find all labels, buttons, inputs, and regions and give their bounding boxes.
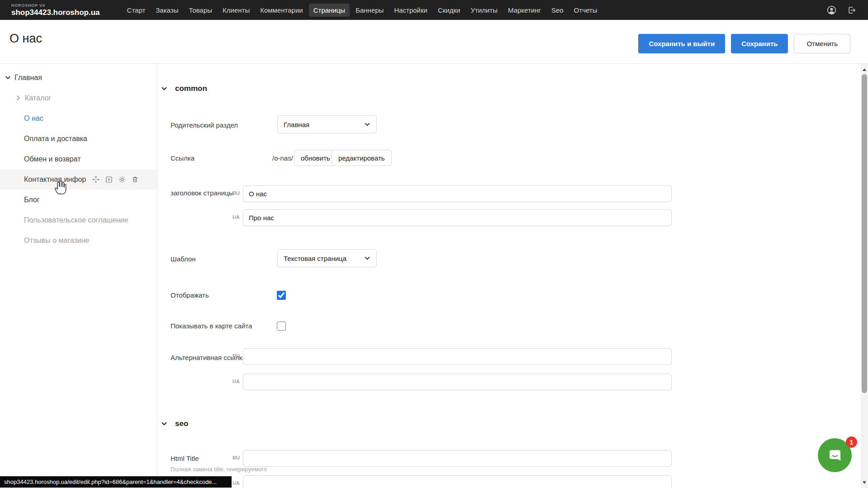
section-seo[interactable]: seo: [161, 419, 188, 428]
sidebar-item-blog[interactable]: Блог: [0, 190, 157, 210]
sidebar-item-label: Каталог: [25, 94, 51, 102]
nav-orders[interactable]: Заказы: [151, 4, 183, 17]
nav-clients[interactable]: Клиенты: [218, 4, 254, 17]
link-edit-button[interactable]: редактировать: [332, 150, 392, 166]
alt-link-ru-input[interactable]: [243, 348, 672, 365]
topbar: HOROSHOP V4 shop34423.horoshop.ua Старт …: [0, 0, 868, 20]
scroll-up-arrow-icon[interactable]: [863, 68, 866, 71]
section-title: common: [175, 84, 207, 93]
settings-icon[interactable]: [118, 175, 126, 184]
header-buttons: Сохранить и выйти Сохранить Отменить: [638, 34, 850, 53]
template-label: Шаблон: [171, 255, 196, 263]
chevron-down-icon[interactable]: [5, 74, 12, 81]
logo-version: HOROSHOP V4: [11, 4, 100, 8]
nav-start[interactable]: Старт: [123, 4, 150, 17]
chevron-right-icon[interactable]: [15, 95, 22, 102]
nav-comments[interactable]: Комментарии: [256, 4, 307, 17]
save-button[interactable]: Сохранить: [731, 34, 788, 53]
nav-marketing[interactable]: Маркетинг: [503, 4, 545, 17]
html-title-ru-input[interactable]: [243, 450, 672, 467]
chevron-down-icon: [364, 255, 370, 261]
logo[interactable]: HOROSHOP V4 shop34423.horoshop.ua: [11, 4, 100, 16]
lang-badge-ru: RU: [226, 353, 240, 359]
sidebar-item-catalog[interactable]: Каталог: [0, 88, 157, 108]
lang-badge-ru: RU: [226, 190, 240, 196]
save-and-exit-button[interactable]: Сохранить и выйти: [638, 34, 725, 53]
nav-utilities[interactable]: Утилиты: [466, 4, 502, 17]
sidebar-item-label: Оплата и доставка: [24, 135, 87, 143]
link-refresh-button[interactable]: обновить: [294, 150, 337, 166]
cancel-button[interactable]: Отменить: [794, 34, 850, 53]
display-label: Отображать: [171, 291, 209, 299]
page-header: О нас Сохранить и выйти Сохранить Отмени…: [0, 20, 868, 64]
sidebar-item-store-reviews[interactable]: Отзывы о магазине: [0, 230, 157, 251]
move-icon[interactable]: [92, 175, 100, 184]
alt-link-ua-input[interactable]: [243, 374, 672, 390]
lang-badge-ua: UA: [226, 379, 240, 384]
pages-tree-sidebar: Главная Каталог О нас Оплата и доставка …: [0, 64, 157, 488]
nav-products[interactable]: Товары: [184, 4, 217, 17]
section-title: seo: [175, 419, 188, 428]
page-title-ru-input[interactable]: [243, 185, 672, 202]
scrollbar-thumb[interactable]: [862, 74, 867, 393]
sidebar-item-user-agreement[interactable]: Пользовательское соглашение: [0, 210, 157, 230]
display-checkbox[interactable]: [277, 291, 286, 300]
sidebar-item-label: Пользовательское соглашение: [24, 216, 128, 224]
nav-seo[interactable]: Seo: [547, 4, 568, 17]
status-url-text: shop34423.horoshop.ua/edit/edit.php?id=6…: [4, 479, 217, 485]
status-url-tooltip: shop34423.horoshop.ua/edit/edit.php?id=6…: [0, 476, 232, 488]
nav-settings[interactable]: Настройки: [389, 4, 432, 17]
chat-unread-badge: 1: [846, 436, 857, 448]
page-title-ua-input[interactable]: [243, 209, 672, 226]
chevron-down-icon: [364, 121, 370, 128]
link-value: /o-nas/: [272, 154, 293, 162]
nav-discounts[interactable]: Скидки: [433, 4, 465, 17]
parent-section-value: Главная: [284, 121, 309, 128]
chevron-down-icon: [161, 420, 168, 427]
sidebar-item-label: Главная: [14, 74, 42, 82]
logout-icon[interactable]: [847, 5, 856, 15]
page-title-label: заголовок страницы: [171, 189, 234, 197]
vertical-scrollbar[interactable]: [861, 64, 868, 488]
html-title-hint: Полная замена title, генерируемого: [171, 466, 267, 473]
sidebar-item-label: О нас: [24, 114, 43, 123]
parent-section-label: Родительский раздел: [171, 121, 238, 129]
sidebar-item-label: Блог: [24, 196, 40, 204]
sidebar-item-label: Контактная инфор: [24, 175, 86, 184]
row-action-icons: [92, 175, 139, 184]
sidebar-item-label: Обмен и возврат: [24, 155, 81, 163]
sitemap-label: Показывать в карте сайта: [171, 322, 252, 330]
link-label: Ссылка: [171, 154, 194, 162]
sitemap-checkbox[interactable]: [277, 322, 286, 331]
main-nav: Старт Заказы Товары Клиенты Комментарии …: [123, 4, 602, 17]
nav-banners[interactable]: Баннеры: [351, 4, 388, 17]
nav-reports[interactable]: Отчеты: [569, 4, 602, 17]
html-title-label: Html Title: [171, 455, 199, 462]
add-page-icon[interactable]: [105, 175, 113, 184]
template-value: Текстовая страница: [284, 255, 346, 262]
sidebar-item-payment-delivery[interactable]: Оплата и доставка: [0, 128, 157, 149]
sidebar-item-home[interactable]: Главная: [0, 67, 157, 88]
sidebar-item-contact-info[interactable]: Контактная инфор: [0, 169, 157, 190]
html-title-ua-input[interactable]: [243, 475, 672, 488]
app-root: HOROSHOP V4 shop34423.horoshop.ua Старт …: [0, 0, 868, 488]
sidebar-item-exchange-return[interactable]: Обмен и возврат: [0, 149, 157, 169]
chat-bubble-icon: [826, 447, 844, 464]
parent-section-select[interactable]: Главная: [277, 115, 377, 133]
sidebar-item-label: Отзывы о магазине: [24, 237, 90, 245]
lang-badge-ua: UA: [226, 214, 240, 220]
logo-domain: shop34423.horoshop.ua: [11, 9, 100, 16]
chevron-down-icon: [161, 85, 168, 92]
account-icon[interactable]: [826, 5, 837, 15]
page-title: О нас: [9, 32, 42, 46]
section-common[interactable]: common: [161, 84, 207, 93]
nav-pages[interactable]: Страницы: [309, 4, 350, 17]
chat-widget-button[interactable]: 1: [818, 438, 852, 472]
template-select[interactable]: Текстовая страница: [277, 249, 377, 267]
scroll-down-arrow-icon[interactable]: [863, 481, 866, 484]
lang-badge-ru: RU: [226, 455, 240, 460]
topbar-icons: [826, 5, 856, 15]
sidebar-item-about-us[interactable]: О нас: [0, 108, 157, 128]
delete-icon[interactable]: [131, 175, 139, 184]
